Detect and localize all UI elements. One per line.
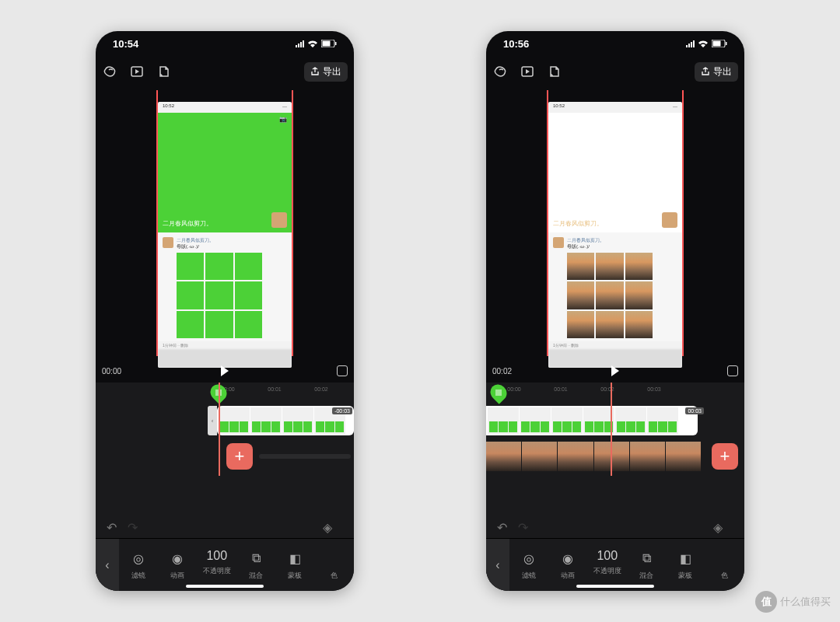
opacity-value: 100: [597, 549, 618, 563]
redo-icon[interactable]: ↷: [518, 520, 528, 535]
back-button[interactable]: ‹: [486, 539, 509, 592]
color-icon: [325, 549, 344, 568]
inner-time: 10:52: [553, 103, 565, 111]
layers-icon[interactable]: [155, 63, 172, 80]
preview-canvas[interactable]: 10:52⋯ 二月春风似剪刀。 二月春风似剪刀。母版(.·ω·.)/ 1分钟前 …: [548, 102, 682, 368]
watermark: 值 什么值得买: [755, 591, 831, 613]
layers-icon[interactable]: [545, 63, 562, 80]
top-toolbar: 导出: [96, 56, 354, 87]
tool-mask[interactable]: ◧蒙板: [275, 549, 314, 581]
svg-rect-6: [713, 41, 721, 47]
back-button[interactable]: ‹: [96, 539, 119, 592]
timeline[interactable]: 00:0000:0100:02 ‹ -00:03 +: [96, 383, 354, 516]
wifi-icon: [698, 40, 709, 47]
undo-icon[interactable]: ↶: [107, 520, 117, 535]
play-history-icon[interactable]: [519, 63, 536, 80]
nine-grid: [177, 253, 262, 338]
video-clip[interactable]: [486, 406, 698, 435]
safe-guide-right: [292, 90, 293, 356]
camera-icon: 📷: [279, 116, 287, 123]
cellular-icon: [296, 40, 304, 47]
playhead[interactable]: [611, 383, 612, 476]
play-history-icon[interactable]: [128, 63, 145, 80]
fullscreen-button[interactable]: [337, 365, 348, 376]
fullscreen-button[interactable]: [727, 365, 738, 376]
avatar: [662, 212, 677, 228]
tool-filter[interactable]: ◎滤镜: [509, 549, 548, 581]
redo-icon[interactable]: ↷: [128, 520, 138, 535]
keyframe-icon[interactable]: ◈: [713, 520, 723, 535]
chat-title: 二月春风似剪刀。: [177, 238, 214, 243]
inner-time: 10:52: [163, 103, 174, 111]
preview-area: 10:52⋯ 二月春风似剪刀。 二月春风似剪刀。母版(.·ω·.)/ 1分钟前 …: [486, 87, 744, 383]
cellular-icon: [686, 40, 695, 47]
blend-icon: ⧉: [637, 549, 656, 568]
preview-controls: 00:02: [486, 359, 744, 383]
tool-blend[interactable]: ⧉混合: [627, 549, 666, 581]
playhead[interactable]: [219, 383, 220, 476]
tool-mask[interactable]: ◧蒙板: [666, 549, 705, 581]
export-icon: [701, 67, 710, 76]
hero-caption: 二月春风似剪刀。: [163, 219, 212, 228]
svg-rect-9: [495, 390, 502, 396]
nine-grid: [567, 253, 653, 338]
undo-bar: ↶ ↷ ◈: [96, 516, 354, 538]
avatar: [271, 212, 287, 228]
tool-color[interactable]: 色: [315, 549, 354, 581]
opacity-value: 100: [206, 549, 227, 563]
color-icon: [716, 549, 734, 568]
clip-handle-left[interactable]: ‹: [208, 406, 217, 435]
status-icons: [296, 40, 337, 47]
video-clip-2[interactable]: [486, 442, 701, 471]
logo-icon[interactable]: [492, 63, 509, 80]
keyframe-icon[interactable]: ◈: [323, 520, 332, 535]
logo-icon[interactable]: [102, 63, 119, 80]
undo-icon[interactable]: ↶: [497, 520, 507, 535]
blend-icon: ⧉: [247, 549, 265, 568]
mask-icon: ◧: [676, 549, 695, 568]
filter-icon: ◎: [129, 549, 148, 568]
phone-right: 10:56 导出 10:52⋯ 二月春风似剪刀。 二月春风似剪刀。母版(: [486, 31, 744, 591]
home-indicator[interactable]: [576, 585, 654, 588]
add-track-button[interactable]: +: [226, 443, 253, 470]
chat-subtitle: 母版(.·ω·.)/: [177, 244, 199, 249]
play-button[interactable]: [221, 365, 229, 376]
play-button[interactable]: [611, 365, 619, 376]
preview-area: 10:52⋯ 📷 二月春风似剪刀。 二月春风似剪刀。母版(.·ω·.)/ 1分钟…: [96, 87, 354, 383]
preview-canvas[interactable]: 10:52⋯ 📷 二月春风似剪刀。 二月春风似剪刀。母版(.·ω·.)/ 1分钟…: [158, 102, 292, 368]
timeline[interactable]: 00:0000:0100:0200:03 00:03 +: [486, 383, 744, 516]
hero-caption: 二月春风似剪刀。: [553, 219, 603, 228]
tool-opacity[interactable]: 100不透明度: [588, 549, 627, 581]
export-label: 导出: [323, 65, 341, 79]
empty-track[interactable]: [259, 454, 351, 459]
export-button[interactable]: 导出: [695, 62, 738, 82]
watermark-text: 什么值得买: [780, 595, 831, 609]
phone-left: 10:54 导出 10:52⋯ 📷 二月春风似剪刀。: [96, 31, 354, 591]
tool-filter[interactable]: ◎滤镜: [119, 549, 158, 581]
clip-duration: -00:03: [332, 407, 352, 414]
post-meta: 1分钟前 ·· 删除: [158, 341, 292, 349]
status-icons: [686, 40, 727, 47]
export-button[interactable]: 导出: [304, 62, 348, 82]
tool-color[interactable]: 色: [705, 549, 744, 581]
tool-anim[interactable]: ◉动画: [548, 549, 587, 581]
status-time: 10:56: [503, 38, 529, 50]
safe-guide-right: [682, 90, 684, 356]
wifi-icon: [307, 40, 318, 47]
tool-opacity[interactable]: 100不透明度: [198, 549, 236, 581]
home-indicator[interactable]: [186, 585, 264, 588]
export-label: 导出: [713, 65, 732, 79]
add-track-button[interactable]: +: [712, 443, 738, 470]
chat-avatar: [553, 237, 564, 248]
preview-controls: 00:00: [96, 359, 354, 383]
status-bar: 10:54: [96, 31, 354, 56]
watermark-badge: 值: [755, 591, 777, 613]
chat-avatar: [163, 237, 173, 248]
mask-icon: ◧: [285, 549, 304, 568]
tool-blend[interactable]: ⧉混合: [236, 549, 275, 581]
svg-rect-7: [726, 42, 727, 45]
tool-anim[interactable]: ◉动画: [158, 549, 197, 581]
anim-icon: ◉: [168, 549, 187, 568]
time-label: 00:00: [102, 367, 121, 376]
filter-icon: ◎: [520, 549, 538, 568]
